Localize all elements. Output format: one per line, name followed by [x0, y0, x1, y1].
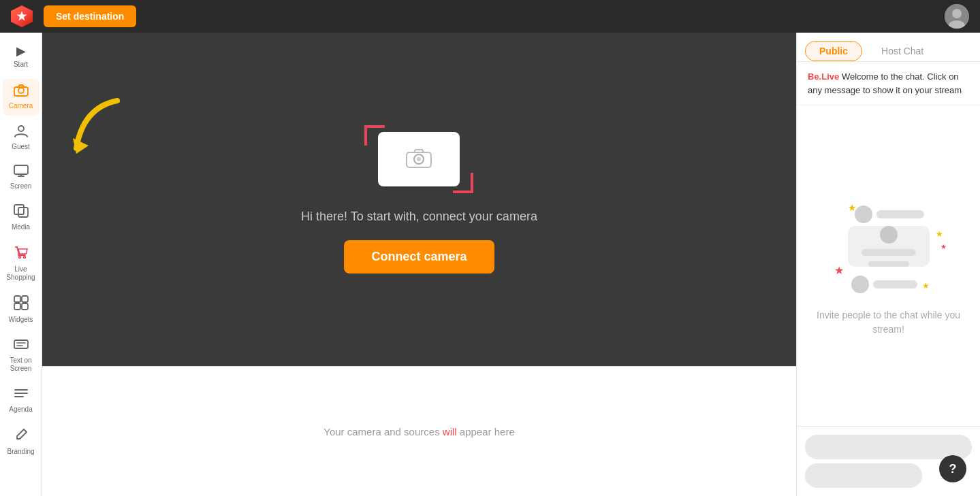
camera-icon [14, 84, 29, 100]
invite-text: Invite people to the chat while you stre… [810, 308, 966, 337]
sidebar-item-camera[interactable]: Camera [3, 79, 39, 116]
bubble-row-1 [855, 205, 924, 223]
sidebar-start-label: Start [14, 61, 28, 68]
sidebar-guest-label: Guest [12, 143, 30, 151]
live-shopping-icon [14, 245, 29, 263]
svg-rect-12 [22, 296, 28, 302]
svg-rect-13 [14, 303, 20, 310]
sources-bar: Your camera and sources will appear here [42, 366, 796, 496]
sidebar-item-screen[interactable]: Screen [3, 159, 39, 196]
star-icon-3: ★ [834, 264, 844, 277]
chat-invite-area: ★ ★ ★ ★ ★ [797, 105, 980, 426]
star-icon-2: ★ [936, 229, 943, 239]
chat-welcome: Be.Live Welcome to the chat. Click on an… [797, 62, 980, 105]
svg-rect-11 [14, 296, 20, 302]
logo [11, 5, 33, 27]
camera-placeholder: Hi there! To start with, connect your ca… [301, 125, 537, 274]
chat-brand: Be.Live [808, 71, 839, 82]
help-button[interactable]: ? [939, 455, 966, 482]
svg-rect-6 [14, 165, 28, 174]
connect-camera-button[interactable]: Connect camera [344, 240, 494, 274]
main-content: Hi there! To start with, connect your ca… [42, 33, 796, 496]
sidebar-item-text-on-screen[interactable]: Text on Screen [3, 332, 39, 378]
sidebar-text-screen-label: Text on Screen [10, 357, 31, 373]
set-destination-button[interactable]: Set destination [44, 5, 136, 27]
sidebar-widgets-label: Widgets [8, 316, 33, 324]
avatar[interactable] [945, 4, 969, 29]
svg-point-18 [417, 157, 421, 161]
guest-icon [14, 124, 29, 141]
svg-rect-15 [14, 340, 28, 348]
star-icon-4: ★ [941, 243, 947, 250]
bubble-content-3 [873, 280, 917, 288]
sidebar-item-branding[interactable]: Branding [3, 422, 39, 461]
svg-rect-7 [14, 205, 24, 214]
camera-card [378, 132, 460, 186]
bubble-card-content2 [868, 261, 909, 267]
media-icon [14, 204, 29, 221]
bubble-avatar-3 [851, 276, 869, 293]
svg-marker-16 [73, 138, 89, 154]
bubble-content-1 [876, 210, 924, 218]
text-on-screen-icon [14, 337, 29, 354]
svg-rect-4 [14, 87, 28, 96]
sidebar-media-label: Media [12, 223, 30, 231]
sidebar-live-shopping-label: Live Shopping [6, 265, 35, 282]
screen-icon [14, 165, 29, 180]
agenda-icon [14, 386, 29, 403]
preview-area: Hi there! To start with, connect your ca… [42, 33, 796, 366]
topbar: Set destination [0, 0, 980, 33]
camera-frame [364, 125, 473, 193]
preview-text: Hi there! To start with, connect your ca… [301, 210, 537, 224]
svg-point-5 [18, 126, 24, 131]
bubble-avatar-1 [855, 205, 872, 223]
svg-point-3 [18, 88, 24, 93]
sidebar-item-guest[interactable]: Guest [3, 118, 39, 156]
branding-icon [14, 427, 29, 446]
play-icon: ▶ [16, 44, 26, 59]
bubble-card-content [862, 249, 916, 256]
camera-card-icon [405, 147, 432, 171]
star-icon-5: ★ [922, 281, 930, 291]
svg-rect-14 [22, 303, 28, 310]
widgets-icon [14, 295, 29, 314]
svg-point-1 [952, 9, 962, 18]
sidebar-branding-label: Branding [7, 448, 34, 456]
tab-public[interactable]: Public [805, 41, 862, 61]
chat-tabs: Public Host Chat [797, 33, 980, 62]
sidebar-item-start[interactable]: ▶ Start [3, 38, 39, 73]
sidebar-item-live-shopping[interactable]: Live Shopping [3, 239, 39, 287]
bubble-card [848, 226, 930, 267]
invite-illustration: ★ ★ ★ ★ ★ [827, 195, 950, 297]
right-panel: Public Host Chat Be.Live Welcome to the … [796, 33, 980, 496]
sidebar-item-agenda[interactable]: Agenda [3, 381, 39, 419]
sidebar: ▶ Start Camera Guest [0, 33, 42, 496]
sidebar-item-widgets[interactable]: Widgets [3, 290, 39, 329]
bubble-row-3 [851, 276, 917, 293]
svg-point-10 [23, 257, 25, 259]
sidebar-agenda-label: Agenda [9, 406, 32, 414]
sidebar-item-media[interactable]: Media [3, 199, 39, 237]
chat-input-bar-2 [805, 463, 922, 488]
sidebar-camera-label: Camera [9, 102, 33, 110]
tab-host-chat[interactable]: Host Chat [868, 41, 937, 61]
sidebar-screen-label: Screen [10, 182, 32, 191]
sources-placeholder-text: Your camera and sources will appear here [323, 426, 514, 437]
svg-rect-8 [18, 208, 28, 217]
arrow-annotation [69, 94, 138, 162]
svg-point-9 [18, 257, 20, 259]
bubble-card-avatar [880, 226, 898, 244]
